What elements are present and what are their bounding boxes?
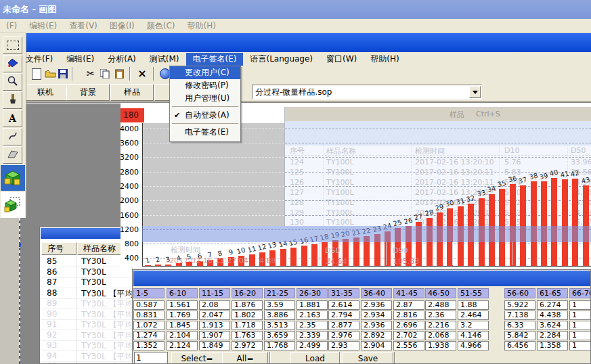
new-file-icon[interactable] — [30, 67, 43, 81]
open-file-icon[interactable] — [43, 67, 57, 81]
grid-button-select[interactable]: Select= — [171, 352, 223, 364]
grid-cell[interactable]: 1 — [569, 300, 591, 310]
sample-row[interactable]: 89TY30L 【平均 — [41, 298, 133, 309]
grid-cell[interactable]: 1.274 — [133, 331, 165, 340]
grid-header-cell[interactable]: 16-20 — [232, 288, 263, 298]
grid-cell[interactable]: 2.696 — [393, 321, 424, 330]
grid-cell[interactable]: 2.816 — [393, 311, 424, 320]
grid-cell[interactable]: 3.624 — [537, 321, 568, 330]
grid-cell[interactable]: 4.438 — [537, 311, 568, 320]
grid-cell[interactable]: 0.587 — [133, 300, 165, 310]
sample-row[interactable]: 92TY30L 【平均 — [41, 330, 133, 341]
dropdown-item[interactable]: 修改密码(P) — [170, 79, 240, 92]
app-menu-item[interactable]: 电子签名(E) — [186, 53, 244, 66]
sample-row[interactable]: 85TY30L — [41, 256, 133, 267]
copy-icon[interactable] — [98, 67, 112, 81]
app-menu-item[interactable]: 帮助(H) — [364, 53, 406, 66]
app-menu-item[interactable]: 窗口(W) — [320, 53, 364, 66]
app-menu-item[interactable]: 语言(Language) — [243, 53, 320, 66]
grid-cell[interactable]: 2.163 — [297, 311, 328, 320]
grid-cell[interactable]: 2.972 — [232, 341, 263, 350]
grid-header-cell[interactable]: 6-10 — [167, 288, 198, 298]
grid-cell[interactable]: 2.104 — [167, 331, 198, 340]
grid-cell[interactable]: 1.881 — [297, 300, 328, 310]
grid-cell[interactable]: 2.93 — [328, 341, 359, 350]
grid-cell[interactable]: 1.072 — [133, 321, 165, 330]
grid-cell[interactable]: 2.87 — [393, 300, 424, 310]
grid-cell[interactable]: 1.768 — [264, 341, 295, 350]
app-menu-item[interactable]: 分析(A) — [101, 53, 143, 66]
grid-button-save[interactable]: Save — [343, 352, 393, 364]
grid-cell[interactable]: 1.913 — [199, 321, 230, 330]
grid-header-cell[interactable]: 66-70 — [569, 288, 591, 298]
grid-cell[interactable]: 1.352 — [133, 341, 165, 350]
sample-row[interactable]: 87TY30L — [41, 277, 133, 288]
grid-cell[interactable]: 6.274 — [537, 300, 568, 310]
grid-cell[interactable]: 4.966 — [458, 341, 489, 350]
grid-cell[interactable]: 1 — [569, 321, 591, 330]
grid-cell[interactable]: 3.513 — [264, 321, 295, 330]
brush-tool[interactable] — [3, 91, 22, 109]
app-title-bar[interactable] — [19, 32, 591, 52]
grid-cell[interactable]: 5.842 — [504, 331, 535, 340]
grid-cell[interactable]: 6.33 — [504, 321, 535, 330]
toolbar-button-1[interactable]: 联机 — [24, 84, 67, 101]
grid-button-load[interactable]: Load — [290, 352, 340, 364]
grid-cell[interactable]: 2.892 — [361, 331, 392, 340]
grid-cell[interactable]: 1.802 — [232, 311, 263, 320]
paint-menu-item[interactable]: 编辑(E) — [23, 20, 63, 32]
grid-cell[interactable]: 7.138 — [504, 311, 535, 320]
dropdown-item[interactable]: 电子签名(E) — [170, 126, 240, 139]
grid-cell[interactable]: 2.339 — [297, 331, 328, 340]
grid-cell[interactable]: 6.456 — [504, 341, 535, 350]
data-grid-window[interactable]: 1-56-1011-1516-2021-2526-3031-3536-4041-… — [132, 269, 591, 364]
grid-cell[interactable]: 1.845 — [167, 321, 198, 330]
select-tool[interactable] — [3, 37, 22, 54]
grid-cell[interactable]: 2.124 — [167, 341, 198, 350]
curve-tool[interactable] — [3, 128, 22, 145]
sample-row[interactable]: 95TY30L 【平均 — [41, 361, 133, 364]
grid-cell[interactable]: 1.88 — [458, 300, 489, 310]
grid-cell[interactable]: 2.068 — [425, 331, 456, 340]
grid-cell[interactable]: 1 — [569, 331, 591, 340]
grid-cell[interactable]: 2.936 — [361, 300, 392, 310]
cube-icon[interactable] — [1, 165, 25, 191]
grid-cell[interactable]: 3.59 — [264, 300, 295, 310]
fill-tool[interactable] — [3, 55, 22, 72]
grid-header-cell[interactable]: 1-5 — [133, 288, 165, 298]
grid-cell[interactable]: 2.35 — [297, 321, 328, 330]
grid-cell[interactable]: 2.936 — [361, 321, 392, 330]
grid-cell[interactable]: 2.464 — [458, 311, 489, 320]
grid-cell[interactable]: 2.216 — [425, 321, 456, 330]
grid-cell[interactable]: 3.886 — [264, 311, 295, 320]
grid-cell[interactable]: 4.146 — [458, 331, 489, 340]
grid-cell[interactable]: 1.938 — [425, 341, 456, 350]
sample-row[interactable]: 90TY30L 【平均 — [41, 309, 133, 320]
paint-menu-item[interactable]: 帮助(H) — [181, 20, 221, 32]
paint-menu-item[interactable]: 查看(V) — [63, 20, 104, 32]
grid-cell[interactable]: 0.831 — [133, 311, 165, 320]
grid-cell[interactable]: 1 — [569, 341, 591, 350]
sample-row[interactable]: 86TY30L — [41, 267, 133, 278]
dropdown-item[interactable]: 用户管理(U) — [170, 92, 240, 105]
grid-header-cell[interactable]: 41-45 — [393, 288, 424, 298]
grid-cell[interactable]: 1.769 — [167, 311, 198, 320]
grid-cell[interactable]: 1.718 — [232, 321, 263, 330]
grid-window-title-bar[interactable] — [133, 271, 591, 286]
dropdown-item[interactable]: 更改用户(C) — [170, 66, 240, 79]
grid-cell[interactable]: 1.358 — [537, 341, 568, 350]
grid-header-cell[interactable]: 46-50 — [425, 288, 456, 298]
grid-cell[interactable]: 1 — [569, 311, 591, 320]
grid-header-cell[interactable]: 31-35 — [328, 288, 359, 298]
grid-cell[interactable]: 2.877 — [328, 321, 359, 330]
polygon-tool[interactable] — [3, 146, 22, 164]
sample-list-window[interactable]: 序号样品名称 85TY30L86TY30L87TY30L88TY30L 【平均】… — [39, 227, 133, 364]
grid-cell[interactable]: 2.047 — [199, 311, 230, 320]
save-icon[interactable] — [56, 67, 70, 81]
grid-header-cell[interactable]: 11-15 — [199, 288, 230, 298]
magnifier-tool[interactable] — [3, 73, 22, 91]
grid-cell[interactable]: 1.763 — [232, 331, 263, 340]
sample-row[interactable]: 88TY30L 【平均】 — [41, 288, 133, 299]
grid-cell[interactable]: 1.849 — [199, 341, 230, 350]
grid-cell[interactable]: 2.08 — [199, 300, 230, 310]
